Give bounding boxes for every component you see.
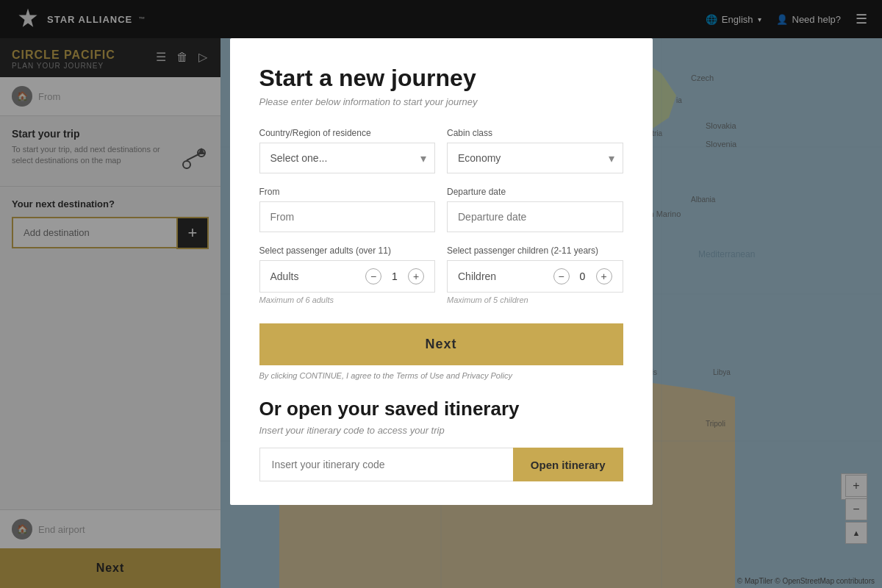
departure-input[interactable] [447, 201, 623, 232]
children-field-label: Children [458, 270, 553, 282]
adults-group: Select passenger adults (over 11) Adults… [259, 245, 436, 304]
children-count: 0 [577, 270, 589, 282]
cabin-group: Cabin class Economy [447, 128, 623, 173]
form-row-3: Select passenger adults (over 11) Adults… [259, 245, 623, 304]
form-row-1: Country/Region of residence Select one..… [259, 128, 623, 173]
departure-label: Departure date [447, 187, 623, 197]
cabin-label: Cabin class [447, 128, 623, 138]
itinerary-title: Or open your saved itinerary [259, 398, 623, 420]
children-controls: − 0 + [553, 268, 612, 284]
open-itinerary-button[interactable]: Open itinerary [513, 448, 623, 481]
cabin-select[interactable]: Economy [447, 143, 623, 173]
modal-overlay: Start a new journey Please enter below i… [0, 0, 882, 588]
from-group: From [259, 187, 436, 232]
itinerary-subtitle: Insert your itinerary code to access you… [259, 425, 623, 436]
itinerary-section: Or open your saved itinerary Insert your… [259, 398, 623, 481]
cabin-select-wrapper: Economy [447, 143, 623, 173]
modal-subtitle: Please enter below information to start … [259, 96, 623, 107]
modal-title: Start a new journey [259, 65, 623, 92]
country-select[interactable]: Select one... [259, 143, 436, 173]
from-input[interactable] [259, 201, 436, 232]
adults-increment-button[interactable]: + [408, 268, 424, 284]
children-row: Children − 0 + [447, 260, 623, 293]
adults-decrement-button[interactable]: − [365, 268, 381, 284]
adults-max-text: Maximum of 6 adults [259, 295, 436, 304]
terms-text: By clicking CONTINUE, I agree to the Ter… [259, 371, 623, 380]
children-decrement-button[interactable]: − [553, 268, 570, 284]
country-select-wrapper: Select one... [259, 143, 436, 173]
from-label: From [259, 187, 436, 197]
children-increment-button[interactable]: + [596, 268, 612, 284]
form-row-2: From Departure date [259, 187, 623, 232]
adults-controls: − 1 + [365, 268, 424, 284]
modal: Start a new journey Please enter below i… [230, 38, 653, 505]
itinerary-code-input[interactable] [259, 448, 513, 481]
children-label: Select passenger children (2-11 years) [447, 245, 623, 256]
adults-field-label: Adults [270, 270, 366, 282]
country-label: Country/Region of residence [259, 128, 436, 138]
itinerary-row: Open itinerary [259, 448, 623, 481]
adults-label: Select passenger adults (over 11) [259, 245, 436, 256]
departure-group: Departure date [447, 187, 623, 232]
adults-count: 1 [389, 270, 401, 282]
children-group: Select passenger children (2-11 years) C… [447, 245, 623, 304]
country-group: Country/Region of residence Select one..… [259, 128, 436, 173]
modal-next-button[interactable]: Next [259, 323, 623, 365]
children-max-text: Maximum of 5 children [447, 295, 623, 304]
adults-row: Adults − 1 + [259, 260, 436, 293]
